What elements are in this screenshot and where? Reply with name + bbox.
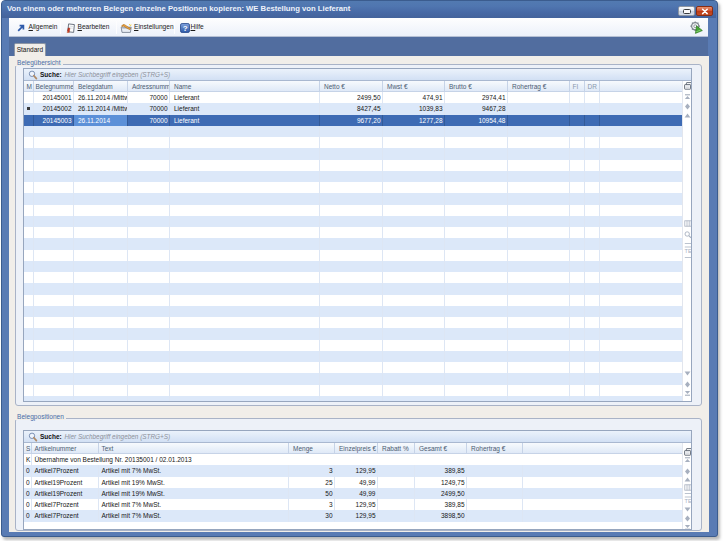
svg-text:TE: TE	[684, 248, 691, 254]
svg-text:?: ?	[182, 24, 187, 33]
svg-text:TE: TE	[684, 498, 691, 504]
